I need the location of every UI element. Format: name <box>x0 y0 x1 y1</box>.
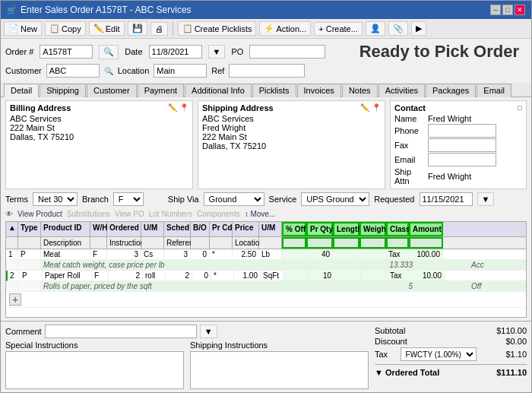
shipping-instructions-textarea[interactable] <box>190 351 369 389</box>
location-input[interactable] <box>154 64 207 78</box>
col-sort[interactable]: ▲ <box>6 222 18 236</box>
view-po-button[interactable]: View PO <box>115 210 144 218</box>
save-button[interactable]: 💾 <box>128 21 147 36</box>
service-select[interactable]: UPS Ground <box>301 192 369 206</box>
table-row[interactable]: 2 P Paper Roll F 2 roll 2 0 * 1.00 SqFt … <box>6 271 526 281</box>
new-button[interactable]: 📄 New <box>4 21 42 36</box>
col-price[interactable]: Price <box>233 222 259 236</box>
create-picklists-button[interactable]: 📋 Create Picklists <box>178 21 257 36</box>
contact-phone-input[interactable] <box>428 124 496 138</box>
user-button[interactable]: 👤 <box>366 21 385 36</box>
table-row[interactable]: 1 P Meat F 3 Cs 3 0 * 2.50 Lb 40 Tax <box>6 249 526 260</box>
col-type[interactable]: Type <box>18 222 41 236</box>
play-button[interactable]: ▶ <box>411 21 426 36</box>
ship-via-select[interactable]: Ground <box>204 192 264 206</box>
requested-picker-button[interactable]: ▼ <box>477 192 495 206</box>
tab-activities[interactable]: Activities <box>378 84 425 97</box>
special-instructions-box: Special Instructions <box>5 341 184 389</box>
col-sched[interactable]: Sched <box>164 222 191 236</box>
special-instructions-textarea[interactable] <box>5 351 184 389</box>
po-input[interactable] <box>249 45 325 59</box>
branch-select[interactable]: F <box>113 192 144 206</box>
col-length[interactable]: Length <box>333 222 359 236</box>
col-weight[interactable]: Weight <box>359 222 386 236</box>
order-input[interactable] <box>40 45 93 59</box>
col-prcd[interactable]: Pr Cd <box>210 222 233 236</box>
substitutions-button[interactable]: Substitutions <box>67 210 110 218</box>
col-prqty[interactable]: Pr Qty <box>306 222 333 236</box>
cell-um2-2: SqFt <box>261 271 283 280</box>
tab-shipping[interactable]: Shipping <box>40 84 86 97</box>
contact-fax-input[interactable] <box>428 138 496 152</box>
sub-wh <box>90 237 107 249</box>
col-class[interactable]: Class <box>386 222 409 236</box>
customer-search-icon[interactable]: 🔍 <box>104 67 113 75</box>
tab-invoices[interactable]: Invoices <box>297 84 341 97</box>
col-um1[interactable]: U/M <box>141 222 164 236</box>
window-title: Enter Sales Order A1578T - ABC Services <box>21 5 192 15</box>
billing-edit-icon[interactable]: ✏️ <box>168 103 177 113</box>
comment-input[interactable] <box>45 325 197 338</box>
tab-picklists[interactable]: Picklists <box>252 84 296 97</box>
shipping-edit-icon[interactable]: ✏️ <box>360 103 369 113</box>
lot-numbers-button[interactable]: Lot Numbers <box>149 210 192 218</box>
col-amount[interactable]: Amount <box>409 222 443 236</box>
cell-sub-len-2 <box>416 281 442 291</box>
billing-location-icon[interactable]: 📍 <box>179 103 188 113</box>
tab-email[interactable]: Email <box>477 84 511 97</box>
terms-select[interactable]: Net 30 <box>33 192 78 206</box>
close-button[interactable]: ✕ <box>515 5 525 15</box>
print-button[interactable]: 🖨 <box>150 22 168 36</box>
ship-attn-value: Fred Wright <box>428 172 471 181</box>
ref-input[interactable] <box>229 64 305 78</box>
tab-detail[interactable]: Detail <box>4 84 39 97</box>
cell-sub-prqty-2: 5 <box>389 281 416 291</box>
tab-payment[interactable]: Payment <box>138 84 184 97</box>
cell-bo-2: 0 <box>192 271 211 280</box>
main-window: 🛒 Enter Sales Order A1578T - ABC Service… <box>0 0 532 393</box>
order-search-button[interactable]: 🔍 <box>99 45 119 59</box>
add-row-button[interactable]: + <box>9 293 21 306</box>
col-product-id[interactable]: Product ID <box>41 222 90 236</box>
cell-sort-1: 1 <box>6 249 18 259</box>
move-button[interactable]: ↕ Move... <box>245 210 276 218</box>
customer-input[interactable] <box>46 64 100 78</box>
comment-section: Comment ▼ Special Instructions Shipping … <box>5 325 369 389</box>
col-wh[interactable]: W/H <box>90 222 107 236</box>
cell-sub-cls-1: Acc <box>469 260 492 270</box>
tab-customer[interactable]: Customer <box>87 84 137 97</box>
comment-dropdown-button[interactable]: ▼ <box>200 325 217 338</box>
billing-title: Billing Address ✏️ 📍 <box>10 103 188 113</box>
date-input[interactable] <box>149 45 202 59</box>
service-label: Service <box>269 195 297 204</box>
create-button[interactable]: + Create... <box>314 22 363 36</box>
date-picker-button[interactable]: ▼ <box>208 45 226 59</box>
view-product-button[interactable]: View Product <box>17 210 62 218</box>
action-button[interactable]: ⚡ Action... <box>259 21 311 36</box>
shipping-location-icon[interactable]: 📍 <box>372 103 381 113</box>
maximize-button[interactable]: □ <box>502 5 513 15</box>
requested-input[interactable] <box>420 192 473 206</box>
edit-button[interactable]: ✏️ Edit <box>89 21 125 36</box>
attach-button[interactable]: 📎 <box>388 21 408 36</box>
tax-select[interactable]: FWCTY (1.00%) <box>401 347 477 361</box>
contact-email-input[interactable] <box>428 153 496 166</box>
col-poff[interactable]: % Off <box>282 222 306 236</box>
col-bo[interactable]: B/O <box>191 222 210 236</box>
shipping-line-1: ABC Services <box>202 114 381 123</box>
discount-row: Discount $0.00 <box>375 337 527 346</box>
tab-additional-info[interactable]: Additional Info <box>185 84 252 97</box>
sub-sort <box>6 237 18 249</box>
col-um2[interactable]: U/M <box>259 222 282 236</box>
totals-section: Subtotal $110.00 Discount $0.00 Tax FWCT… <box>375 325 527 389</box>
minimize-button[interactable]: ─ <box>490 5 501 15</box>
order-label: Order # <box>5 47 33 56</box>
copy-button[interactable]: 📋 Copy <box>45 21 86 36</box>
sub-um2 <box>259 237 282 249</box>
components-button[interactable]: Components <box>197 210 240 218</box>
tab-packages[interactable]: Packages <box>426 84 476 97</box>
col-ordered[interactable]: Ordered <box>107 222 141 236</box>
tab-notes[interactable]: Notes <box>342 84 378 97</box>
contact-expand-icon[interactable]: □ <box>518 103 522 113</box>
cell-poff-1 <box>282 249 306 259</box>
